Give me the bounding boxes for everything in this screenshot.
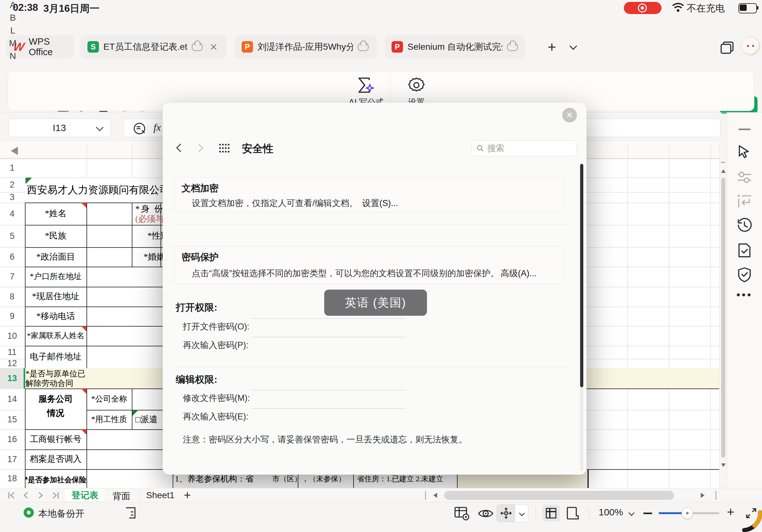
search-input[interactable]: 搜索 [472, 140, 577, 156]
dialog-scrollbar-thumb[interactable] [580, 164, 583, 387]
backup-doc-icon[interactable] [125, 507, 136, 519]
h-scrollbar-thumb[interactable] [444, 491, 674, 500]
adjust-sliders-icon[interactable] [737, 170, 752, 183]
zoom-level[interactable]: 100% [599, 507, 623, 518]
select-all-corner-icon[interactable] [11, 147, 18, 155]
assistive-ball-icon[interactable] [738, 509, 762, 532]
cell-a13-line1[interactable]: *是否与原单位已 [26, 369, 89, 378]
doc-encrypt-section: 文档加密 设置文档加密，仅指定人可查看/编辑文档。 设置(S)... [174, 177, 564, 212]
cell-a14-line1[interactable]: 服务公司 [25, 393, 87, 406]
security-dialog: ✕ 安全性 搜索 文档加密 设置文档加密，仅指定人可查看/编辑文档。 设置(S)… [163, 103, 586, 475]
shield-check-icon[interactable] [737, 267, 751, 282]
reenter-password-input[interactable] [252, 337, 406, 337]
sheet-tab-active[interactable]: 登记表 [64, 489, 105, 502]
red-comment-marker [81, 430, 87, 435]
h-scroll-split[interactable] [425, 491, 426, 500]
v-scrollbar-track[interactable] [719, 142, 726, 488]
freeze-panes-icon [546, 508, 557, 519]
prev-sheet-icon[interactable] [22, 491, 29, 500]
cell-a14-line2[interactable]: 情况 [25, 407, 87, 420]
cursor-tool-icon[interactable] [737, 145, 751, 159]
pwd-advanced-link[interactable]: 高级(A)... [501, 268, 537, 279]
search-placeholder: 搜索 [487, 143, 504, 154]
scroll-up-icon[interactable] [721, 169, 725, 173]
ai-formula-sigma-icon[interactable] [355, 76, 374, 95]
more-options-icon[interactable]: ••• [736, 289, 753, 301]
cell-a5[interactable]: *民族 [25, 225, 87, 247]
ipad-status-bar: 02:38 3月16日周一 不在充电 [0, 0, 762, 15]
divider [171, 367, 571, 367]
cell-a4[interactable]: *姓名 [25, 203, 87, 225]
v-scrollbar-thumb[interactable] [721, 178, 725, 458]
backup-status-icon [24, 507, 34, 518]
selected-row-indicator [24, 368, 25, 388]
modify-password-label: 修改文件密码(M): [183, 392, 250, 404]
sheet-tab[interactable]: 背面 [112, 490, 130, 502]
settings-grid-icon[interactable] [219, 143, 230, 154]
zoom-dropdown-icon[interactable] [628, 510, 635, 516]
reenter-edit-password-label: 再次输入密码(E): [183, 411, 249, 422]
scroll-down-icon[interactable] [721, 463, 725, 467]
cell-reference: I13 [53, 122, 66, 133]
pan-mode-button[interactable] [497, 504, 515, 522]
clock: 02:38 [13, 2, 38, 13]
cell-a7[interactable]: *户口所在地址 [25, 267, 87, 287]
scrollbar-split-handle[interactable] [721, 162, 725, 163]
open-password-input[interactable] [252, 318, 406, 319]
date: 3月16日周一 [43, 2, 100, 15]
close-dialog-button[interactable]: ✕ [562, 108, 577, 122]
green-corner-marker [26, 178, 32, 184]
cell-a11[interactable]: 电子邮件地址 [25, 346, 87, 368]
modify-password-input[interactable] [252, 390, 406, 390]
settings-gear-icon[interactable] [408, 76, 425, 94]
scroll-left-icon[interactable] [433, 493, 437, 498]
pwd-protect-section: 密码保护 点击“高级”按钮选择不同的加密类型，可以为您的文档设置不同级别的加密保… [174, 246, 564, 284]
battery-status-label: 不在充电 [687, 2, 725, 15]
backup-status-label[interactable]: 本地备份开 [38, 507, 85, 520]
sheet-tab-label: 登记表 [71, 489, 98, 501]
h-scroll-end[interactable] [716, 491, 717, 500]
page-layout-icon[interactable] [566, 507, 579, 519]
name-box[interactable]: I13 [8, 119, 111, 137]
collapse-sidebar-icon[interactable] [738, 129, 750, 130]
cell-a16[interactable]: 工商银行帐号 [25, 429, 87, 449]
status-footer: 本地备份开 [0, 502, 762, 532]
battery-icon [738, 3, 757, 13]
cell-a10[interactable]: *家属联系人姓名 [25, 326, 87, 346]
open-permission-title: 打开权限: [176, 301, 217, 314]
cell-b14[interactable]: *公司全称 [87, 388, 132, 410]
pan-mode-dropdown[interactable] [515, 511, 528, 515]
last-sheet-icon[interactable] [51, 491, 59, 500]
scroll-right-icon[interactable] [701, 493, 705, 498]
freeze-panes-button[interactable] [543, 505, 560, 521]
main-toolbar: 文件 开始插入页面公式数据审阅视图 WPS AI [0, 47, 762, 70]
eye-protect-icon[interactable] [477, 507, 494, 520]
zoom-out-button[interactable] [643, 512, 652, 514]
cell-a8[interactable]: *现居住地址 [25, 287, 87, 306]
add-sheet-button[interactable]: + [184, 488, 191, 502]
next-sheet-icon[interactable] [37, 491, 44, 500]
right-sidebar: ••• [726, 112, 762, 502]
history-clock-icon[interactable] [737, 218, 752, 233]
first-sheet-icon[interactable] [8, 491, 16, 500]
zoom-slider-knob[interactable] [682, 507, 693, 519]
reenter-edit-password-input[interactable] [252, 408, 406, 409]
screen-recording-indicator[interactable] [624, 2, 661, 14]
cell-a9[interactable]: *移动电话 [25, 306, 87, 326]
text-wrap-icon[interactable] [737, 194, 752, 208]
lock-window-icon[interactable] [454, 506, 470, 521]
red-comment-marker [81, 203, 87, 208]
forward-icon[interactable] [194, 144, 203, 152]
document-check-icon[interactable] [738, 243, 751, 258]
back-icon[interactable] [176, 144, 185, 152]
zoom-in-button[interactable]: + [727, 505, 734, 519]
sheet-tab[interactable]: Sheet1 [146, 490, 175, 500]
wifi-icon [672, 3, 684, 12]
search-icon [476, 145, 484, 152]
cell-a17[interactable]: 档案是否调入 [25, 449, 87, 469]
cell-a6[interactable]: *政治面目 [25, 247, 87, 267]
cell-b15[interactable]: *用工性质 [87, 410, 132, 429]
doc-encrypt-settings-link[interactable]: 设置(S)... [362, 197, 398, 209]
cell-a13-line2[interactable]: 解除劳动合同 [26, 379, 89, 388]
cell-a18[interactable]: *是否参加社会保险 [25, 471, 87, 488]
